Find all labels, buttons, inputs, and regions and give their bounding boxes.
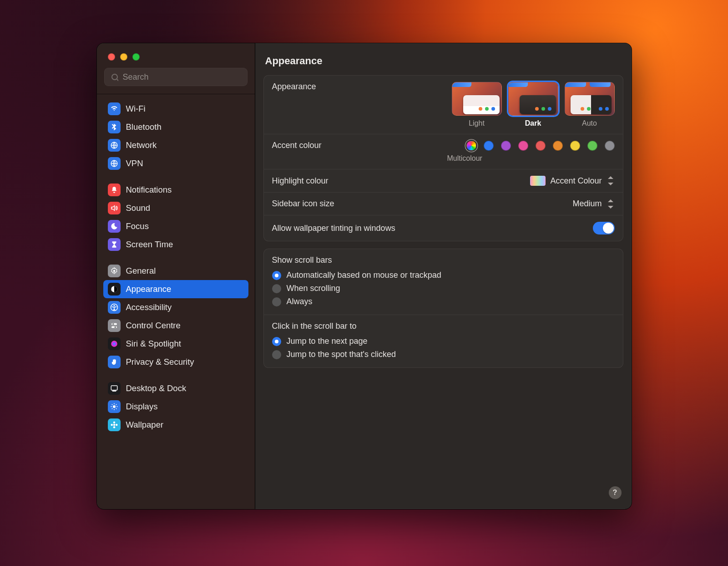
sidebar: Wi-FiBluetoothNetworkVPNNotificationsSou…	[97, 43, 255, 509]
accent-label: Accent colour	[272, 141, 322, 150]
wifi-icon	[108, 102, 121, 115]
accent-swatch-orange[interactable]	[553, 141, 563, 151]
sidebar-item-desktopdock[interactable]: Desktop & Dock	[103, 379, 248, 398]
sidebar-item-controlcentre[interactable]: Control Centre	[103, 316, 248, 335]
radio-dot-icon	[272, 284, 281, 293]
radio-dot-icon	[272, 337, 281, 346]
accessibility-icon	[108, 301, 121, 314]
search-icon	[110, 72, 118, 82]
appearance-option-dark[interactable]: Dark	[508, 82, 558, 127]
click-radio-spot[interactable]: Jump to the spot that's clicked	[272, 350, 615, 359]
scrollbars-label: Show scroll bars	[272, 255, 615, 265]
appearance-option-label: Dark	[525, 119, 541, 127]
scrollbars-radio-auto[interactable]: Automatically based on mouse or trackpad	[272, 270, 615, 280]
settings-window: Wi-FiBluetoothNetworkVPNNotificationsSou…	[96, 43, 632, 510]
sidebar-item-siri[interactable]: Siri & Spotlight	[103, 335, 248, 353]
sidebar-item-notifications[interactable]: Notifications	[103, 181, 248, 199]
speaker-icon	[108, 202, 121, 214]
bell-icon	[108, 184, 121, 196]
sidebar-icon-select[interactable]: Medium	[572, 199, 614, 209]
accent-swatch-blue[interactable]	[484, 141, 494, 151]
tinting-toggle[interactable]	[593, 222, 615, 235]
appearance-option-label: Light	[469, 119, 485, 127]
gear-icon	[108, 265, 121, 277]
scrollbars-radio-always[interactable]: Always	[272, 297, 615, 306]
sidebar-item-bluetooth[interactable]: Bluetooth	[103, 118, 248, 136]
flower-icon	[108, 418, 121, 431]
sidebar-item-privacy[interactable]: Privacy & Security	[103, 353, 248, 371]
sidebar-item-general[interactable]: General	[103, 262, 248, 280]
radio-label: When scrolling	[287, 284, 340, 293]
row-appearance-mode: Appearance LightDarkAuto	[264, 76, 623, 134]
accent-caption: Multicolour	[447, 154, 482, 163]
moon-icon	[108, 220, 121, 233]
sidebar-item-label: Screen Time	[126, 240, 173, 250]
scrollbars-radio-scrolling[interactable]: When scrolling	[272, 284, 615, 293]
sidebar-item-accessibility[interactable]: Accessibility	[103, 298, 248, 316]
fullscreen-button[interactable]	[132, 53, 140, 61]
hourglass-icon	[108, 238, 121, 251]
highlight-select[interactable]: Accent Colour	[530, 176, 614, 186]
sidebar-item-appearance[interactable]: Appearance	[103, 280, 248, 298]
radio-label: Always	[287, 297, 313, 306]
sidebar-icon-value: Medium	[572, 199, 602, 209]
accent-swatch-purple[interactable]	[501, 141, 511, 151]
sidebar-item-label: Focus	[126, 221, 149, 231]
sidebar-list: Wi-FiBluetoothNetworkVPNNotificationsSou…	[97, 94, 255, 509]
accent-swatch-green[interactable]	[587, 141, 597, 151]
highlight-label: Highlight colour	[272, 176, 329, 186]
sidebar-item-label: Wallpaper	[126, 420, 164, 430]
click-radio-nextpage[interactable]: Jump to the next page	[272, 337, 615, 346]
sidebar-item-label: General	[126, 266, 156, 276]
accent-swatch-pink[interactable]	[518, 141, 528, 151]
sidebar-item-label: Sound	[126, 203, 151, 213]
accent-swatches	[466, 141, 615, 151]
minimize-button[interactable]	[120, 53, 127, 61]
sidebar-item-screentime[interactable]: Screen Time	[103, 235, 248, 254]
window-controls	[97, 43, 255, 61]
sidebar-icon-label: Sidebar icon size	[272, 199, 334, 209]
appearance-option-light[interactable]: Light	[452, 82, 502, 127]
sidebar-item-label: Accessibility	[126, 302, 172, 312]
sidebar-item-label: Control Centre	[126, 321, 181, 331]
sidebar-item-wallpaper[interactable]: Wallpaper	[103, 416, 248, 434]
sidebar-item-sound[interactable]: Sound	[103, 199, 248, 217]
radio-dot-icon	[272, 350, 281, 359]
scrollbars-radio-group: Automatically based on mouse or trackpad…	[272, 270, 615, 308]
close-button[interactable]	[108, 53, 115, 61]
sidebar-item-label: Desktop & Dock	[126, 383, 187, 393]
siri-icon	[108, 337, 121, 350]
sidebar-item-wifi[interactable]: Wi-Fi	[103, 100, 248, 118]
chevron-updown-icon	[607, 199, 615, 209]
sidebar-item-displays[interactable]: Displays	[103, 398, 248, 416]
accent-swatch-multi[interactable]	[466, 141, 476, 151]
help-button[interactable]: ?	[609, 486, 622, 499]
sidebar-item-label: Network	[126, 140, 157, 150]
sun-icon	[108, 400, 121, 413]
accent-swatch-grey[interactable]	[605, 141, 615, 151]
appearance-option-auto[interactable]: Auto	[565, 82, 615, 127]
accent-swatch-red[interactable]	[536, 141, 546, 151]
sidebar-item-vpn[interactable]: VPN	[103, 154, 248, 173]
search-field[interactable]	[104, 68, 248, 86]
dock-icon	[108, 382, 121, 395]
search-input[interactable]	[123, 72, 242, 82]
radio-label: Automatically based on mouse or trackpad	[287, 270, 441, 280]
highlight-value: Accent Colour	[550, 176, 602, 186]
page-title: Appearance	[255, 43, 632, 75]
sidebar-item-label: VPN	[126, 158, 143, 168]
appearance-icon	[108, 283, 121, 296]
appearance-label: Appearance	[272, 82, 316, 92]
click-label: Click in the scroll bar to	[272, 321, 615, 331]
sidebar-item-focus[interactable]: Focus	[103, 217, 248, 235]
sidebar-item-label: Wi-Fi	[126, 104, 146, 114]
panel-scrollbars: Show scroll bars Automatically based on …	[263, 249, 623, 368]
sidebar-item-network[interactable]: Network	[103, 136, 248, 154]
row-accent-colour: Accent colour Multicolour	[264, 134, 623, 169]
accent-swatch-yellow[interactable]	[570, 141, 580, 151]
click-radio-group: Jump to the next pageJump to the spot th…	[272, 336, 615, 361]
sidebar-item-label: Privacy & Security	[126, 357, 194, 367]
content-pane: Appearance Appearance LightDarkAuto Acce…	[255, 43, 632, 509]
chevron-updown-icon	[607, 176, 615, 185]
radio-label: Jump to the next page	[287, 337, 368, 346]
